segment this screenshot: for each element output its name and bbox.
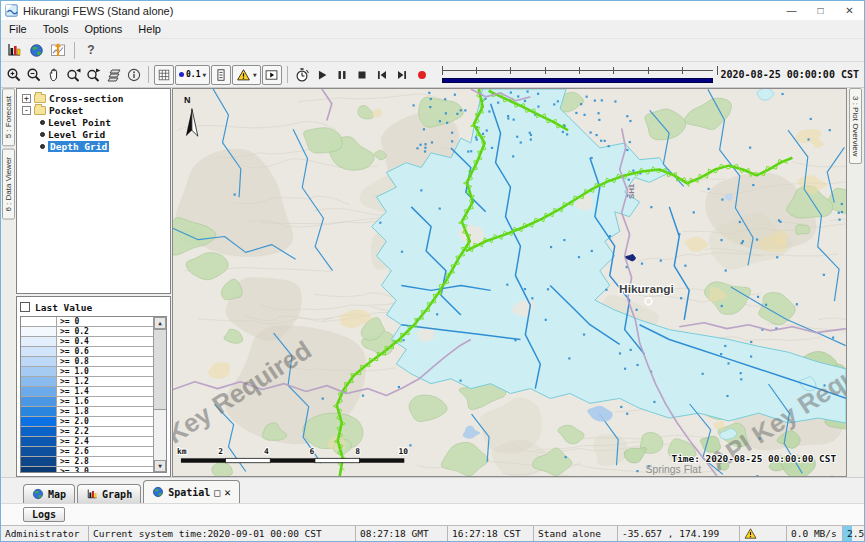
time-slider-track [442, 70, 713, 71]
play-button[interactable] [312, 65, 332, 85]
legend-row[interactable]: >= 2.0 [21, 417, 153, 427]
menu-tools[interactable]: Tools [35, 23, 77, 35]
pause-button[interactable] [332, 65, 352, 85]
legend-row[interactable]: >= 1.6 [21, 397, 153, 407]
tree-item-level-point[interactable]: Level Point [19, 116, 170, 128]
legend-row[interactable]: >= 2.2 [21, 427, 153, 437]
legend-row[interactable]: >= 0.4 [21, 337, 153, 347]
layers-button[interactable] [104, 65, 124, 85]
record-button[interactable] [412, 65, 432, 85]
last-value-checkbox[interactable] [20, 302, 30, 312]
memory-text: 2.5 GB [847, 528, 864, 539]
current-datetime: 2020-08-25 00:00:00 CST [721, 69, 859, 80]
logs-row: Logs [1, 503, 864, 525]
menu-help[interactable]: Help [130, 23, 169, 35]
play-icon [315, 68, 329, 82]
menu-options[interactable]: Options [76, 23, 130, 35]
stop-button[interactable] [352, 65, 372, 85]
legend-label: >= 2.2 [57, 427, 153, 436]
legend-label: >= 0 [57, 317, 153, 326]
legend-row[interactable]: >= 3.0 [21, 467, 153, 472]
legend-scrollbar[interactable]: ▲ ▼ [153, 317, 166, 472]
legend-row[interactable]: >= 0 [21, 317, 153, 327]
graph-display-button[interactable] [4, 40, 24, 60]
legend-row[interactable]: >= 0.6 [21, 347, 153, 357]
legend-row[interactable]: >= 1.8 [21, 407, 153, 417]
help-button[interactable]: ? [81, 40, 101, 60]
pan-button[interactable] [44, 65, 64, 85]
legend-row[interactable]: >= 1.4 [21, 387, 153, 397]
grid-toggle-button[interactable] [154, 65, 174, 85]
status-warning-cell[interactable] [740, 526, 787, 541]
close-button[interactable]: ✕ [835, 1, 864, 20]
scroll-up-button[interactable]: ▲ [154, 317, 166, 329]
tab-close-icon[interactable]: ✕ [224, 486, 231, 499]
logs-button[interactable]: Logs [23, 507, 65, 522]
maximize-button[interactable]: □ [806, 1, 835, 20]
tree-item-cross-section[interactable]: +Cross-section [19, 92, 170, 104]
view-tab-graph[interactable]: Graph [77, 484, 141, 503]
data-panel: +Cross-section-PocketLevel PointLevel Gr… [16, 88, 171, 477]
chevron-down-icon: ▼ [253, 71, 257, 78]
tree-item-level-grid[interactable]: Level Grid [19, 128, 170, 140]
scrollbar-track[interactable] [154, 329, 166, 460]
zoom-next-button[interactable] [84, 65, 104, 85]
legend-row[interactable]: >= 1.2 [21, 377, 153, 387]
folder-icon [34, 106, 46, 115]
view-tab-label: Spatial [168, 487, 210, 498]
legend-row[interactable]: >= 1.0 [21, 367, 153, 377]
zoom-out-button[interactable] [24, 65, 44, 85]
zoom-previous-button[interactable] [64, 65, 84, 85]
view-tab-map[interactable]: Map [23, 484, 75, 503]
menu-file[interactable]: File [1, 23, 35, 35]
globe-icon [152, 486, 164, 498]
threshold-dropdown[interactable]: 0.1 ▼ [175, 65, 210, 85]
leaf-bullet-icon [40, 120, 45, 125]
status-bar: Administrator Current system time:2020-0… [1, 525, 864, 541]
chevron-down-icon: ▼ [202, 71, 206, 78]
info-button[interactable] [124, 65, 144, 85]
map-view[interactable]: API Key Required API Key Required SH1 Hi… [172, 88, 847, 477]
legend-label: >= 0.4 [57, 337, 153, 346]
movie-player-button[interactable] [262, 65, 282, 85]
tree-expander-icon[interactable]: + [22, 94, 31, 103]
town-marker [645, 298, 652, 305]
north-arrow-label: N [184, 95, 190, 105]
step-forward-button[interactable] [392, 65, 412, 85]
tree-expander-icon[interactable]: - [22, 106, 31, 115]
spatial-display-button[interactable] [48, 40, 68, 60]
legend-row[interactable]: >= 0.2 [21, 327, 153, 337]
legend-swatch [21, 347, 57, 356]
legend-row[interactable]: >= 0.8 [21, 357, 153, 367]
tree-item-depth-grid[interactable]: Depth Grid [19, 140, 170, 152]
step-backward-button[interactable] [372, 65, 392, 85]
stop-icon [355, 68, 369, 82]
place-label-springs-flat: Springs Flat [645, 464, 701, 475]
time-slider[interactable] [440, 65, 715, 85]
layers-icon [106, 67, 122, 83]
tab-forecast[interactable]: 5 : Forecast [2, 88, 15, 146]
warning-dropdown[interactable]: ▼ [232, 65, 261, 85]
legend-row[interactable]: >= 2.4 [21, 437, 153, 447]
tree-item-pocket[interactable]: -Pocket [19, 104, 170, 116]
legend-row[interactable]: >= 2.8 [21, 457, 153, 467]
map-canvas[interactable]: API Key Required API Key Required SH1 Hi… [173, 89, 846, 476]
app-window: Hikurangi FEWS (Stand alone) — □ ✕ FileT… [0, 0, 865, 542]
record-icon [415, 68, 429, 82]
tab-maximize-icon[interactable]: □ [214, 487, 220, 498]
scroll-down-button[interactable]: ▼ [154, 460, 166, 472]
tab-data-viewer[interactable]: 6 : Data Viewer [2, 149, 15, 220]
legend-label: >= 1.6 [57, 397, 153, 406]
grid-icon [157, 68, 171, 82]
zoom-in-button[interactable] [4, 65, 24, 85]
view-tab-spatial[interactable]: Spatial□✕ [143, 480, 240, 503]
threshold-dot-icon [179, 72, 184, 77]
legend-swatch [21, 397, 57, 406]
profile-display-button[interactable] [211, 65, 231, 85]
minimize-button[interactable]: — [777, 1, 806, 20]
map-display-button[interactable] [26, 40, 46, 60]
legend-row[interactable]: >= 2.6 [21, 447, 153, 457]
animation-timer-button[interactable] [292, 65, 312, 85]
tab-plot-overview[interactable]: 3 : Plot Overview [849, 88, 862, 164]
scrollbar-thumb[interactable] [153, 329, 167, 410]
